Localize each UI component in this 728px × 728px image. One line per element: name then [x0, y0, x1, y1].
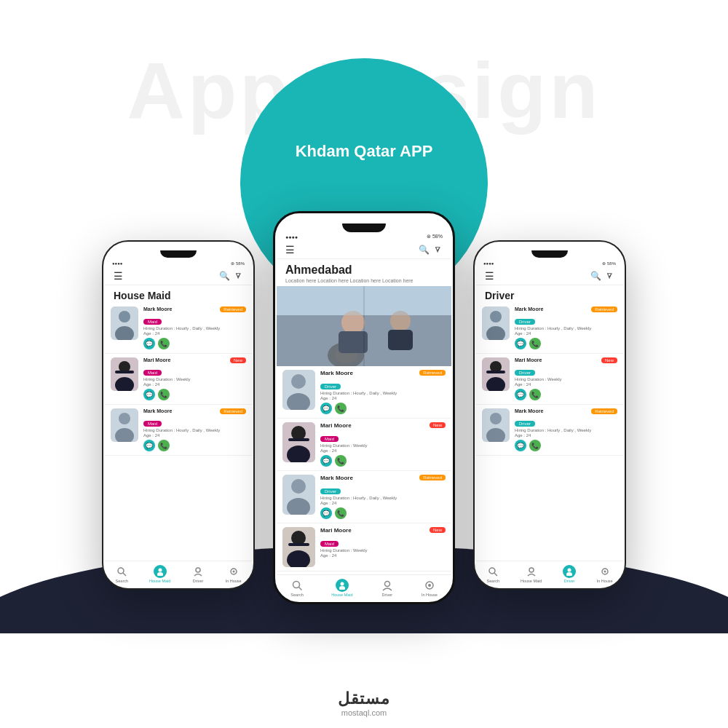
svg-point-47 — [428, 584, 431, 587]
center-nav-driver[interactable]: Driver — [381, 579, 394, 597]
center-name-2: Mari Moore — [320, 422, 446, 429]
right-age-1: Age : 24 — [515, 331, 617, 336]
center-nav-search-icon — [290, 579, 304, 592]
left-hiring-3: Hiring Duration : Hourly , Daily , Weekl… — [143, 428, 246, 432]
right-nav-search[interactable]: Search — [486, 565, 499, 583]
left-badge-2: Maid — [143, 370, 162, 376]
center-status-1: Retrieved — [419, 370, 446, 376]
left-nav-search-label: Search — [116, 579, 128, 583]
right-nav-inhouse-icon — [598, 565, 612, 578]
center-hamburger-icon[interactable]: ☰ — [285, 244, 295, 256]
left-chat-icon-3[interactable]: 💬 — [143, 440, 155, 451]
right-person-info-3: Mark Moore Driver Hiring Duration : Hour… — [515, 408, 617, 451]
right-nav-housemaid[interactable]: House Maid — [521, 565, 542, 583]
right-badge-3: Driver — [515, 421, 535, 427]
right-person-info-2: Mari Moore Driver Hiring Duration : Week… — [515, 357, 617, 400]
right-nav-inhouse-label: In House — [597, 579, 613, 583]
left-chat-icon-1[interactable]: 💬 — [143, 338, 155, 349]
right-search-icon[interactable]: 🔍 — [590, 271, 601, 281]
left-nav-housemaid[interactable]: House Maid — [149, 565, 170, 583]
svg-rect-5 — [115, 371, 134, 373]
right-nav-driver[interactable]: Driver — [563, 565, 576, 583]
center-hiring-3: Hiring Duration : Hourly , Daily , Weekl… — [320, 496, 446, 500]
left-card-3: Mark Moore Maid Hiring Duration : Hourly… — [105, 405, 252, 456]
center-phone-icon-3[interactable]: 📞 — [335, 507, 347, 519]
right-hiring-3: Hiring Duration : Hourly , Daily , Weekl… — [515, 428, 617, 432]
center-nav-housemaid-label: House Maid — [331, 593, 352, 597]
center-avatar-3 — [282, 475, 315, 515]
center-card-4: Mari Moore Maid Hiring Duration : Weekly… — [277, 523, 451, 571]
center-person-info-1: Mark Moore Driver Hiring Duration : Hour… — [320, 370, 446, 414]
left-hiring-1: Hiring Duration : Hourly , Daily , Weekl… — [143, 326, 246, 331]
left-status-badge-2: New — [230, 357, 246, 363]
center-phone-icon-1[interactable]: 📞 — [335, 403, 347, 414]
center-avatar-2 — [282, 422, 315, 462]
center-nav-search-label: Search — [290, 593, 303, 597]
left-nav-driver[interactable]: Driver — [191, 565, 205, 583]
svg-point-8 — [119, 413, 130, 424]
left-hamburger-icon[interactable]: ☰ — [114, 270, 123, 282]
left-phone-icon-3[interactable]: 📞 — [158, 440, 170, 451]
left-card-2: Mari Moore Maid Hiring Duration : Weekly… — [105, 354, 252, 405]
center-hiring-2: Hiring Duration : Weekly — [320, 443, 446, 448]
center-name-4: Mari Moore — [320, 527, 446, 534]
left-nav-inhouse-label: In House — [226, 579, 242, 583]
right-status-badge-2: New — [601, 357, 617, 363]
center-battery: ⊛ 58% — [427, 234, 443, 240]
center-nav-housemaid-icon — [336, 579, 349, 592]
left-badge-1: Maid — [143, 319, 162, 325]
left-nav-inhouse[interactable]: In House — [226, 565, 242, 583]
center-nav-inhouse[interactable]: In House — [422, 579, 438, 597]
left-badge-3: Maid — [143, 421, 162, 427]
center-filter-icon[interactable]: ⛛ — [434, 245, 443, 255]
left-age-3: Age : 24 — [143, 433, 246, 438]
svg-line-59 — [494, 573, 497, 576]
right-card-1: Mark Moore Driver Hiring Duration : Hour… — [476, 303, 623, 354]
right-hamburger-icon[interactable]: ☰ — [485, 270, 494, 282]
left-chat-icon-2[interactable]: 💬 — [143, 389, 155, 400]
center-hiring-4: Hiring Duration : Weekly — [320, 548, 446, 553]
center-phone-icon-2[interactable]: 📞 — [335, 455, 347, 467]
center-bottom-nav: Search House Maid Driver — [277, 574, 451, 601]
left-hiring-2: Hiring Duration : Weekly — [143, 377, 246, 381]
right-phone-icon-2[interactable]: 📞 — [529, 389, 541, 400]
right-phone-icon-3[interactable]: 📞 — [529, 440, 541, 451]
right-time: ●●●● — [483, 261, 494, 266]
left-phone-icon-1[interactable]: 📞 — [158, 338, 170, 349]
center-age-4: Age : 24 — [320, 553, 446, 558]
center-search-icon[interactable]: 🔍 — [419, 245, 430, 255]
left-nav-housemaid-label: House Maid — [149, 579, 170, 583]
left-search-icon[interactable]: 🔍 — [219, 271, 230, 281]
center-badge-3: Driver — [320, 488, 341, 494]
footer-watermark: مستقل mostaql.com — [338, 689, 390, 717]
center-nav-housemaid[interactable]: House Maid — [331, 579, 352, 597]
right-chat-icon-3[interactable]: 💬 — [515, 440, 526, 451]
center-nav-search[interactable]: Search — [290, 579, 304, 597]
center-person-info-4: Mari Moore Maid Hiring Duration : Weekly… — [320, 527, 446, 558]
right-nav-housemaid-label: House Maid — [521, 579, 542, 583]
left-filter-icon[interactable]: ⛛ — [234, 271, 243, 281]
center-nav-inhouse-label: In House — [422, 593, 438, 597]
left-phone-icon-2[interactable]: 📞 — [158, 389, 170, 400]
center-chat-icon-3[interactable]: 💬 — [320, 507, 332, 519]
right-chat-icon-1[interactable]: 💬 — [515, 338, 526, 349]
left-nav-search[interactable]: Search — [115, 565, 128, 583]
left-phone-screen: ●●●● ⊛ 58% ☰ 🔍 ⛛ House Maid — [105, 250, 252, 587]
right-phone-icon-1[interactable]: 📞 — [529, 338, 541, 349]
right-chat-icon-2[interactable]: 💬 — [515, 389, 526, 400]
svg-point-60 — [529, 568, 534, 572]
right-filter-icon[interactable]: ⛛ — [606, 271, 614, 281]
svg-point-41 — [293, 582, 300, 588]
center-chat-icon-1[interactable]: 💬 — [320, 403, 332, 414]
right-nav-driver-icon — [563, 565, 576, 578]
svg-point-49 — [490, 311, 502, 323]
right-status-badge-3: Retrieved — [591, 408, 617, 414]
right-battery: ⊛ 58% — [602, 261, 616, 266]
left-status-badge-1: Retrieved — [220, 306, 246, 312]
left-battery: ⊛ 58% — [231, 261, 245, 266]
svg-point-10 — [118, 568, 124, 574]
svg-point-14 — [196, 568, 200, 572]
center-chat-icon-2[interactable]: 💬 — [320, 455, 332, 467]
right-nav-inhouse[interactable]: In House — [597, 565, 613, 583]
left-age-2: Age : 24 — [143, 382, 246, 387]
